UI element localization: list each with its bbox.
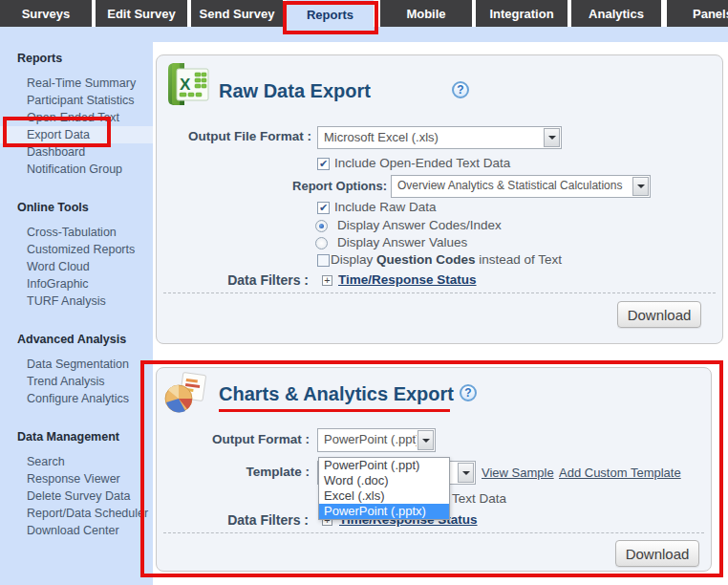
sidebar-item-export-data[interactable]: Export Data	[0, 126, 153, 143]
output-format-select[interactable]: PowerPoint (.ppt)	[317, 428, 436, 452]
partial-hidden-text: Text Data	[452, 491, 506, 506]
nav-tab-edit-survey[interactable]: Edit Survey	[96, 0, 187, 27]
question-codes-label-pre: Display	[331, 252, 376, 267]
download-button[interactable]: Download	[615, 540, 699, 567]
nav-tab-panels[interactable]: Panels	[667, 0, 728, 27]
help-icon[interactable]: ?	[452, 81, 469, 98]
nav-tab-send-survey[interactable]: Send Survey	[191, 0, 283, 27]
data-filters-label: Data Filters :	[157, 512, 309, 528]
divider	[163, 292, 716, 293]
sidebar-header-advanced-analysis: Advanced Analysis	[17, 333, 153, 348]
sidebar-item-word-cloud[interactable]: Word Cloud	[0, 258, 153, 275]
sidebar-header-online-tools: Online Tools	[17, 201, 153, 216]
svg-text:X: X	[180, 76, 191, 94]
pie-chart-icon	[162, 372, 208, 414]
add-custom-template-link[interactable]: Add Custom Template	[559, 466, 681, 480]
report-options-select[interactable]: Overview Analytics & Statistical Calcula…	[391, 175, 651, 198]
dropdown-option-pptx[interactable]: PowerPoint (.pptx)	[319, 504, 449, 519]
question-codes-checkbox[interactable]	[317, 254, 330, 267]
output-format-value: PowerPoint (.ppt)	[318, 429, 417, 451]
nav-tab-integration[interactable]: Integration	[476, 0, 567, 27]
display-answer-values-label: Display Answer Values	[337, 235, 467, 249]
export-data-page: Surveys Edit Survey Send Survey Reports …	[0, 0, 728, 585]
dropdown-arrow-icon[interactable]	[632, 177, 649, 196]
sidebar-item-open-ended-text[interactable]: Open-Ended Text	[0, 109, 153, 126]
output-file-format-label: Output File Format :	[157, 129, 311, 143]
time-response-status-link[interactable]: Time/Response Status	[338, 272, 477, 287]
report-options-value: Overview Analytics & Statistical Calcula…	[392, 176, 632, 197]
nav-tab-surveys[interactable]: Surveys	[0, 0, 92, 27]
charts-analytics-export-section: Charts & Analytics Export ? Output Forma…	[156, 367, 712, 572]
sidebar-item-customized-reports[interactable]: Customized Reports	[0, 241, 153, 258]
output-file-format-select[interactable]: Microsoft Excel (.xls)	[317, 126, 562, 149]
dropdown-option-doc[interactable]: Word (.doc)	[319, 473, 449, 488]
sidebar-item-cross-tabulation[interactable]: Cross-Tabulation	[0, 224, 153, 241]
download-button[interactable]: Download	[617, 301, 701, 328]
dropdown-arrow-icon[interactable]	[418, 430, 434, 450]
include-open-ended-label: Include Open-Ended Text Data	[334, 156, 510, 170]
sidebar-item-configure-analytics[interactable]: Configure Analytics	[0, 390, 153, 407]
sidebar: Reports Real-Time Summary Participant St…	[0, 27, 153, 585]
sidebar-item-infographic[interactable]: InfoGraphic	[0, 275, 153, 292]
sidebar-item-search[interactable]: Search	[0, 453, 153, 470]
question-codes-label: Display Question Codes instead of Text	[331, 252, 562, 267]
display-answer-codes-radio[interactable]	[315, 220, 328, 232]
output-format-dropdown-list: PowerPoint (.ppt) Word (.doc) Excel (.xl…	[318, 457, 450, 520]
data-filters-label: Data Filters :	[157, 272, 309, 288]
sidebar-header-reports: Reports	[17, 52, 153, 67]
sidebar-item-data-segmentation[interactable]: Data Segmentation	[0, 356, 153, 373]
question-codes-label-bold: Question Codes	[376, 252, 476, 267]
question-codes-label-post: instead of Text	[476, 252, 563, 267]
nav-tab-reports[interactable]: Reports	[287, 0, 374, 29]
dropdown-arrow-icon[interactable]	[544, 128, 560, 147]
nav-tab-mobile[interactable]: Mobile	[380, 0, 472, 27]
expand-plus-icon[interactable]	[322, 275, 332, 286]
dropdown-option-xls[interactable]: Excel (.xls)	[319, 488, 449, 504]
sidebar-item-report-data-scheduler[interactable]: Report/Data Scheduler	[0, 505, 153, 522]
sidebar-item-participant-statistics[interactable]: Participant Statistics	[0, 92, 153, 109]
include-raw-data-label: Include Raw Data	[334, 200, 437, 214]
excel-icon: X	[165, 61, 211, 107]
report-options-label: Report Options:	[214, 179, 387, 193]
dropdown-arrow-icon[interactable]	[458, 463, 474, 483]
red-underline-annotation	[219, 409, 450, 412]
sidebar-item-delete-survey-data[interactable]: Delete Survey Data	[0, 488, 153, 505]
charts-export-title: Charts & Analytics Export	[219, 383, 454, 405]
sidebar-item-dashboard[interactable]: Dashboard	[0, 143, 153, 161]
include-raw-data-checkbox[interactable]	[317, 202, 330, 214]
sidebar-item-turf-analysis[interactable]: TURF Analysis	[0, 292, 153, 310]
sidebar-item-real-time-summary[interactable]: Real-Time Summary	[0, 75, 153, 92]
sidebar-item-trend-analysis[interactable]: Trend Analysis	[0, 373, 153, 390]
display-answer-codes-label: Display Answer Codes/Index	[337, 218, 502, 232]
view-sample-link[interactable]: View Sample	[482, 466, 554, 480]
sidebar-header-data-management: Data Management	[17, 430, 153, 445]
sidebar-item-download-center[interactable]: Download Center	[0, 522, 153, 539]
template-label: Template :	[157, 465, 310, 479]
divider	[163, 532, 704, 533]
output-format-label: Output Format :	[157, 432, 310, 446]
sidebar-item-response-viewer[interactable]: Response Viewer	[0, 470, 153, 488]
include-open-ended-checkbox[interactable]	[317, 158, 330, 170]
sidebar-item-notification-group[interactable]: Notification Group	[0, 161, 153, 178]
help-icon[interactable]: ?	[460, 384, 477, 401]
output-file-format-value: Microsoft Excel (.xls)	[318, 127, 543, 148]
raw-data-export-section: X Raw Data Export ? Output File Format :…	[156, 54, 723, 344]
dropdown-option-ppt[interactable]: PowerPoint (.ppt)	[319, 458, 449, 473]
display-answer-values-radio[interactable]	[315, 237, 328, 249]
raw-export-title: Raw Data Export	[219, 80, 371, 102]
nav-tab-analytics[interactable]: Analytics	[571, 0, 661, 27]
